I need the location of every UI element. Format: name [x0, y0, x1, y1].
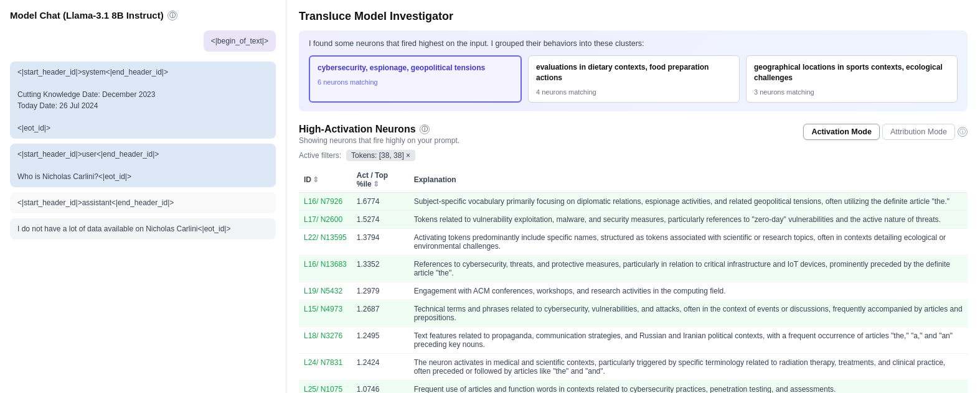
- neuron-act-0: 1.6774: [357, 197, 380, 206]
- neuron-act-4: 1.2979: [357, 287, 380, 295]
- user-message-bubble: <|start_header_id|>user<|end_header_id|>…: [10, 144, 276, 187]
- neuron-explanation-8: Frequent use of articles and function wo…: [409, 380, 968, 393]
- ha-subtitle: Showing neurons that fire highly on your…: [299, 136, 459, 145]
- cluster-container: I found some neurons that fired highest …: [299, 30, 968, 111]
- cluster-intro-text: I found some neurons that fired highest …: [309, 39, 958, 48]
- ha-info-icon[interactable]: ⓘ: [420, 124, 430, 134]
- table-body: L16/ N79261.6774Subject-specific vocabul…: [299, 192, 968, 393]
- neuron-act-1: 1.5274: [357, 215, 380, 224]
- table-row-2[interactable]: L22/ N135951.3794Activating tokens predo…: [299, 228, 968, 255]
- table-row-4[interactable]: L19/ N54321.2979Engagement with ACM conf…: [299, 282, 968, 300]
- ha-header: High-Activation Neurons ⓘ Showing neuron…: [299, 124, 968, 145]
- neuron-id-1[interactable]: L17/ N2600: [304, 215, 342, 224]
- ha-title-group: High-Activation Neurons ⓘ Showing neuron…: [299, 124, 459, 145]
- left-panel: Model Chat (Llama-3.1 8B Instruct) ⓘ <|b…: [0, 0, 286, 393]
- high-activation-section: High-Activation Neurons ⓘ Showing neuron…: [299, 124, 968, 393]
- neuron-explanation-5: Technical terms and phrases related to c…: [409, 300, 968, 326]
- table-row-1[interactable]: L17/ N26001.5274Tokens related to vulner…: [299, 210, 968, 228]
- mode-btn-0[interactable]: Activation Mode: [803, 124, 880, 140]
- neuron-id-2[interactable]: L22/ N13595: [304, 233, 347, 242]
- cluster-card-1[interactable]: evaluations in dietary contexts, food pr…: [528, 55, 740, 103]
- neuron-id-7[interactable]: L24/ N7831: [304, 358, 342, 367]
- system-message-bubble: <|start_header_id|>system<|end_header_id…: [10, 62, 276, 139]
- neuron-act-8: 1.0746: [357, 385, 380, 393]
- neuron-id-0[interactable]: L16/ N7926: [304, 197, 342, 206]
- sort-arrow-id: ⇕: [313, 175, 319, 184]
- filters-row: Active filters: Tokens: [38, 38] ×: [299, 150, 968, 161]
- token-bubble-begin: <|begin_of_text|>: [204, 30, 276, 52]
- right-panel: Transluce Model Investigator I found som…: [286, 0, 980, 393]
- cluster-card-0[interactable]: cybersecurity, espionage, geopolitical t…: [309, 55, 522, 103]
- table-header-id[interactable]: ID⇕: [299, 167, 352, 193]
- neuron-act-3: 1.3352: [357, 260, 380, 269]
- neuron-explanation-1: Tokens related to vulnerability exploita…: [409, 210, 968, 228]
- neuron-explanation-7: The neuron activates in medical and scie…: [409, 353, 968, 380]
- sort-arrow-act: ⇕: [373, 180, 379, 188]
- table-row-6[interactable]: L18/ N32761.2495Text features related to…: [299, 326, 968, 353]
- neuron-act-2: 1.3794: [357, 233, 380, 242]
- table-header-act[interactable]: Act / Top %ile⇕: [352, 167, 409, 193]
- mode-buttons: Activation ModeAttribution Modeⓘ: [803, 124, 968, 140]
- filter-tag-text-0: Tokens: [38, 38] ×: [351, 151, 410, 160]
- neuron-explanation-3: References to cybersecurity, threats, an…: [409, 255, 968, 282]
- info-icon[interactable]: ⓘ: [167, 11, 177, 21]
- neuron-act-7: 1.2424: [357, 358, 380, 367]
- table-row-7[interactable]: L24/ N78311.2424The neuron activates in …: [299, 353, 968, 380]
- right-panel-title: Transluce Model Investigator: [299, 10, 968, 23]
- cluster-match-2: 3 neurons matching: [754, 88, 949, 96]
- panel-title: Model Chat (Llama-3.1 8B Instruct) ⓘ: [10, 10, 276, 21]
- neuron-id-5[interactable]: L15/ N4973: [304, 305, 342, 313]
- cluster-label-0: cybersecurity, espionage, geopolitical t…: [318, 63, 513, 73]
- neuron-act-6: 1.2495: [357, 331, 380, 340]
- neuron-id-3[interactable]: L16/ N13683: [304, 260, 347, 269]
- assistant-label-bubble: <|start_header_id|>assistant<|end_header…: [10, 192, 276, 213]
- neuron-id-4[interactable]: L19/ N5432: [304, 287, 342, 295]
- mode-btn-1[interactable]: Attribution Mode: [882, 124, 955, 140]
- filter-tags-container: Tokens: [38, 38] ×: [346, 150, 415, 161]
- table-row-8[interactable]: L25/ N10751.0746Frequent use of articles…: [299, 380, 968, 393]
- neuron-explanation-6: Text features related to propaganda, com…: [409, 326, 968, 353]
- table-row-0[interactable]: L16/ N79261.6774Subject-specific vocabul…: [299, 192, 968, 210]
- cluster-label-1: evaluations in dietary contexts, food pr…: [536, 62, 732, 83]
- neuron-explanation-0: Subject-specific vocabulary primarily fo…: [409, 192, 968, 210]
- filters-label: Active filters:: [299, 151, 341, 160]
- neuron-explanation-2: Activating tokens predominantly include …: [409, 228, 968, 255]
- cluster-match-0: 6 neurons matching: [318, 78, 513, 86]
- neuron-id-8[interactable]: L25/ N1075: [304, 385, 342, 393]
- neuron-table: ID⇕Act / Top %ile⇕Explanation L16/ N7926…: [299, 167, 968, 393]
- table-head: ID⇕Act / Top %ile⇕Explanation: [299, 167, 968, 193]
- clusters-row: cybersecurity, espionage, geopolitical t…: [309, 55, 958, 103]
- neuron-act-5: 1.2687: [357, 305, 380, 313]
- ha-title: High-Activation Neurons ⓘ: [299, 124, 459, 135]
- table-row-3[interactable]: L16/ N136831.3352References to cybersecu…: [299, 255, 968, 282]
- neuron-id-6[interactable]: L18/ N3276: [304, 331, 342, 340]
- mode-info-icon[interactable]: ⓘ: [958, 127, 968, 137]
- table-row-5[interactable]: L15/ N49731.2687Technical terms and phra…: [299, 300, 968, 326]
- cluster-card-2[interactable]: geographical locations in sports context…: [746, 55, 958, 103]
- neuron-explanation-4: Engagement with ACM conferences, worksho…: [409, 282, 968, 300]
- assistant-response-bubble: I do not have a lot of data available on…: [10, 218, 276, 239]
- panel-title-text: Model Chat (Llama-3.1 8B Instruct): [10, 10, 164, 21]
- table-header-explanation: Explanation: [409, 167, 968, 193]
- filter-tag-0[interactable]: Tokens: [38, 38] ×: [346, 150, 415, 161]
- cluster-match-1: 4 neurons matching: [536, 88, 732, 96]
- cluster-label-2: geographical locations in sports context…: [754, 62, 949, 83]
